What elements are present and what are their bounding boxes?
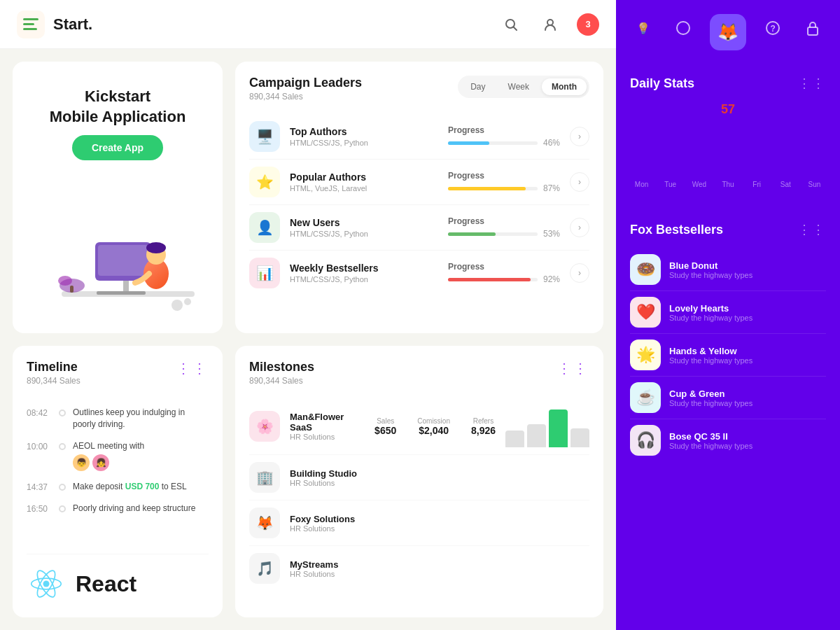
- mile-name: Foxy Solutions: [290, 514, 589, 524]
- bestseller-thumb: 🌟: [630, 340, 661, 370]
- chart-day-label: Sat: [780, 181, 791, 188]
- svg-rect-10: [98, 245, 148, 276]
- bestseller-item[interactable]: 🍩 Blue Donut Study the highway types: [630, 248, 826, 291]
- timeline-subtitle: 890,344 Sales: [27, 376, 80, 386]
- chart-bar-wrap: Mon: [630, 175, 653, 188]
- mile-info: MyStreams HR Solutions: [290, 559, 589, 578]
- stat-value: 8,926: [471, 425, 496, 436]
- daily-stats-options[interactable]: ⋮⋮: [798, 76, 826, 91]
- svg-point-19: [184, 298, 191, 305]
- stat-value: $650: [374, 425, 396, 436]
- chart-peak-value: 57: [630, 102, 826, 117]
- campaign-row: ⭐ Popular Authors HTML, VueJS, Laravel P…: [249, 160, 589, 205]
- tl-text: AEOL meeting with: [73, 440, 144, 452]
- mile-stat-commission: Comission $2,040: [417, 417, 450, 436]
- camp-arrow-button[interactable]: ›: [570, 218, 589, 237]
- milestones-card: Milestones 890,344 Sales ⋮⋮ 🌸 Man&Flower…: [235, 346, 603, 617]
- mile-name: MyStreams: [290, 559, 589, 570]
- bestseller-name: Hands & Yellow: [669, 346, 826, 356]
- tab-month[interactable]: Month: [542, 78, 587, 95]
- chart-day-label: Sun: [808, 181, 821, 188]
- chart-bar-wrap: Fri: [746, 175, 769, 188]
- svg-rect-2: [23, 28, 37, 30]
- camp-name: New Users: [290, 217, 438, 228]
- bestseller-item[interactable]: ☕ Cup & Green Study the highway types: [630, 377, 826, 419]
- daily-stats-title: Daily Stats: [630, 76, 694, 91]
- logo-icon: [17, 10, 45, 38]
- tl-content: Poorly driving and keep structure: [73, 503, 195, 514]
- tl-dot: [59, 484, 66, 491]
- right-sidebar: 💡 🦊 ? Daily Stats ⋮⋮ 57 MonTueWedThuFriS…: [616, 0, 840, 630]
- bestseller-list: 🍩 Blue Donut Study the highway types ❤️ …: [630, 248, 826, 461]
- notification-badge[interactable]: 3: [577, 13, 599, 36]
- sidebar-icon-circle[interactable]: [669, 14, 697, 42]
- svg-point-5: [547, 20, 553, 25]
- milestone-row: 🏢 Building Studio HR Solutions: [249, 455, 589, 500]
- progress-label: Progress: [448, 262, 560, 272]
- tab-day[interactable]: Day: [461, 78, 495, 95]
- milestone-row: 🦊 Foxy Solutions HR Solutions: [249, 500, 589, 546]
- bestseller-item[interactable]: 🎧 Bose QC 35 II Study the highway types: [630, 419, 826, 461]
- svg-point-13: [58, 276, 72, 286]
- kickstart-title: Kickstart Mobile Application: [50, 87, 186, 127]
- bestseller-info: Cup & Green Study the highway types: [669, 388, 826, 407]
- progress-label: Progress: [448, 216, 560, 226]
- header-actions: 3: [498, 12, 599, 37]
- user-icon[interactable]: [538, 12, 563, 37]
- progress-bar-wrap: [448, 141, 538, 145]
- tab-week[interactable]: Week: [498, 78, 539, 95]
- chart-bar-wrap: Tue: [659, 175, 682, 188]
- bestseller-name: Cup & Green: [669, 388, 826, 399]
- mile-info: Building Studio HR Solutions: [290, 468, 589, 487]
- sidebar-icon-question[interactable]: ?: [759, 14, 787, 42]
- timeline-item: 14:37 Make deposit USD 700 to ESL: [27, 481, 209, 493]
- camp-tags: HTML, VueJS, Laravel: [290, 184, 438, 192]
- mile-stat-sales: Sales $650: [374, 417, 396, 436]
- campaign-subtitle: 890,344 Sales: [249, 92, 362, 102]
- avatar: 👦: [73, 454, 90, 471]
- sidebar-icon-bulb[interactable]: 💡: [629, 14, 657, 42]
- bestseller-thumb: 🍩: [630, 254, 661, 285]
- camp-progress: Progress 87%: [448, 171, 560, 193]
- mile-sub: HR Solutions: [290, 524, 589, 533]
- stat-label: Refers: [471, 417, 496, 425]
- camp-progress: Progress 53%: [448, 216, 560, 239]
- tl-dot: [59, 505, 66, 512]
- timeline-item: 16:50 Poorly driving and keep structure: [27, 503, 209, 514]
- sidebar-icon-lock[interactable]: [799, 14, 827, 42]
- chart-day-label: Mon: [635, 181, 648, 188]
- bestsellers-options[interactable]: ⋮⋮: [798, 222, 826, 237]
- chart-bar: [505, 430, 524, 447]
- chart-day-label: Wed: [692, 181, 706, 188]
- svg-rect-1: [23, 23, 34, 25]
- tl-time: 08:42: [27, 408, 52, 430]
- progress-bar: [448, 278, 531, 281]
- camp-info: New Users HTML/CSS/JS, Python: [290, 217, 438, 238]
- milestones-options[interactable]: ⋮⋮: [557, 360, 589, 377]
- timeline-title: Timeline: [27, 360, 80, 374]
- camp-name: Weekly Bestsellers: [290, 262, 438, 274]
- timeline-item: 10:00 AEOL meeting with 👦 👧: [27, 440, 209, 472]
- timeline-card: Timeline 890,344 Sales ⋮⋮ 08:42 Outlines…: [13, 346, 223, 617]
- bestseller-sub: Study the highway types: [669, 442, 826, 450]
- sidebar-fox-icon[interactable]: 🦊: [710, 14, 746, 50]
- bestseller-info: Lovely Hearts Study the highway types: [669, 303, 826, 322]
- chart-bar-wrap: Sat: [774, 175, 797, 188]
- camp-progress: Progress 92%: [448, 262, 560, 284]
- mile-mini-chart: [505, 405, 589, 447]
- camp-tags: HTML/CSS/JS, Python: [290, 139, 438, 147]
- bestseller-item[interactable]: ❤️ Lovely Hearts Study the highway types: [630, 291, 826, 334]
- camp-arrow-button[interactable]: ›: [570, 263, 589, 283]
- time-tabs: Day Week Month: [458, 76, 589, 98]
- timeline-options[interactable]: ⋮⋮: [176, 360, 209, 377]
- search-icon[interactable]: [498, 12, 524, 37]
- bestseller-item[interactable]: 🌟 Hands & Yellow Study the highway types: [630, 334, 826, 377]
- progress-label: Progress: [448, 171, 560, 181]
- create-app-button[interactable]: Create App: [72, 135, 163, 160]
- camp-arrow-button[interactable]: ›: [570, 172, 589, 192]
- svg-rect-0: [23, 18, 38, 20]
- camp-progress: Progress 46%: [448, 125, 560, 148]
- chart-bar: [549, 410, 568, 447]
- campaign-row: 👤 New Users HTML/CSS/JS, Python Progress…: [249, 205, 589, 251]
- camp-arrow-button[interactable]: ›: [570, 127, 589, 146]
